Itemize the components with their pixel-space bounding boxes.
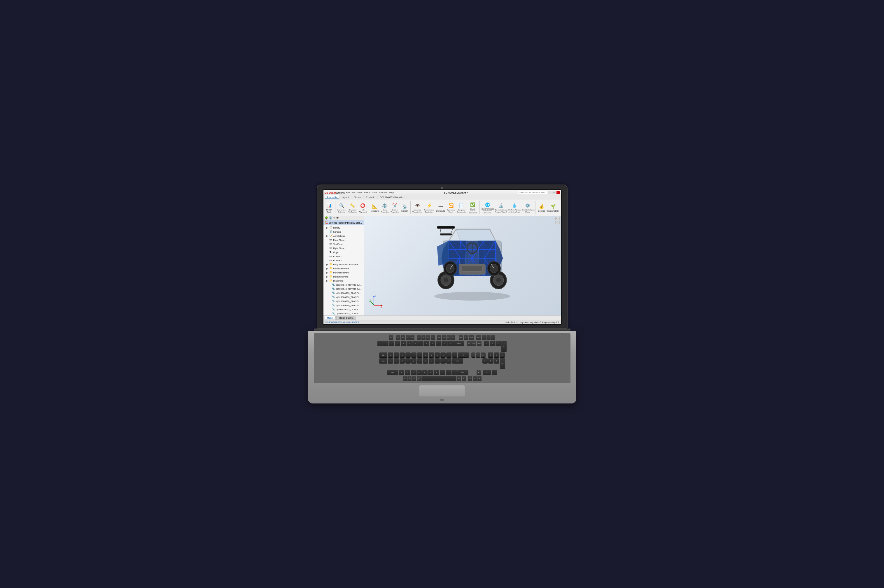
key-right[interactable]: ▶: [477, 376, 482, 381]
key-f5[interactable]: F5: [417, 335, 421, 340]
key-num9[interactable]: 9: [495, 341, 501, 346]
key-fn[interactable]: fn: [407, 376, 411, 381]
tree-item-plane2[interactable]: ▭PLANE2: [323, 254, 364, 258]
key-g[interactable]: g: [411, 358, 416, 363]
hole-alignment-button[interactable]: ⭕ HoleAlignment: [358, 202, 368, 213]
menu-edit[interactable]: Edit: [351, 191, 356, 194]
key-comma[interactable]: ,: [440, 370, 445, 375]
key-5[interactable]: 5: [407, 341, 412, 346]
key-6[interactable]: 6: [413, 341, 418, 346]
key-insert[interactable]: ins: [467, 341, 471, 346]
key-r[interactable]: r: [405, 352, 411, 358]
check-active-document-button[interactable]: ✅ Check ActiveDocument: [467, 201, 478, 214]
symmetry-check-button[interactable]: 🔁 SymmetryCheck: [446, 202, 456, 213]
key-capslock[interactable]: caps: [379, 358, 387, 363]
key-2[interactable]: 2: [389, 341, 394, 346]
key-f12[interactable]: F12: [451, 335, 455, 340]
key-down[interactable]: ▼: [473, 376, 477, 381]
driveworks-button[interactable]: ⚙️ DriveWorksXpressWizard: [521, 202, 534, 213]
key-asterisk[interactable]: *: [486, 335, 491, 340]
property-manager-icon[interactable]: ⚙️: [329, 216, 332, 219]
tab-assembly[interactable]: Assembly: [325, 195, 340, 199]
key-esc[interactable]: esc: [389, 335, 393, 340]
key-num4[interactable]: 4: [488, 352, 493, 358]
key-u[interactable]: u: [423, 352, 428, 358]
clearance-verification-button[interactable]: 📏 ClearanceVerification: [348, 202, 357, 213]
key-m[interactable]: m: [434, 370, 439, 375]
key-o[interactable]: o: [435, 352, 440, 358]
key-equals[interactable]: =: [447, 341, 453, 346]
key-up[interactable]: ▲: [477, 370, 481, 375]
key-f2[interactable]: F2: [401, 335, 405, 340]
key-3[interactable]: 3: [395, 341, 400, 346]
touchpad[interactable]: [419, 385, 465, 397]
key-d[interactable]: d: [399, 358, 405, 363]
key-numdot[interactable]: .: [492, 370, 497, 375]
key-y[interactable]: y: [417, 352, 422, 358]
key-h[interactable]: h: [417, 358, 422, 363]
key-e[interactable]: e: [399, 352, 405, 358]
key-f10[interactable]: F10: [442, 335, 446, 340]
tab-motion-study[interactable]: Motion Study 1: [336, 316, 356, 320]
menu-help[interactable]: Help: [389, 191, 393, 194]
key-ctrl-l[interactable]: ctrl: [403, 376, 407, 381]
tree-item-annotations[interactable]: ▶📝Annotations: [323, 234, 364, 238]
3d-viewport[interactable]: Z X Y: [364, 216, 561, 315]
key-lshift[interactable]: shift: [387, 370, 398, 375]
key-backslash[interactable]: \: [458, 352, 469, 358]
tree-item-front-plane[interactable]: ▭Front Plane: [323, 238, 364, 242]
tab-layout[interactable]: Layout: [339, 195, 351, 199]
key-num1[interactable]: 1: [482, 358, 488, 363]
sensor-button[interactable]: 📡 Sensor: [400, 202, 409, 213]
tab-model[interactable]: Model: [325, 316, 336, 320]
key-alt-l[interactable]: alt: [417, 376, 421, 381]
assembly-visualization-button[interactable]: 👁️ AssemblyVisualization: [412, 202, 423, 213]
key-ctrl-r[interactable]: ctrl: [462, 376, 466, 381]
key-w[interactable]: w: [394, 352, 399, 358]
key-num6[interactable]: 6: [500, 352, 505, 358]
tree-item-sensors[interactable]: 📡Sensors: [323, 230, 364, 234]
key-t[interactable]: t: [411, 352, 416, 358]
curvature-button[interactable]: 〰️ Curvature: [435, 202, 446, 213]
floworks-button[interactable]: 💧 FloWorks/XpressAnalysis Wizard: [508, 202, 521, 213]
tree-item-fabricated-parts[interactable]: ▶📁Fabricated Parts: [323, 267, 364, 270]
interference-detection-button[interactable]: 🔍 InterferenceDetection: [336, 202, 347, 213]
key-k[interactable]: k: [429, 358, 434, 363]
key-q[interactable]: q: [388, 352, 393, 358]
tree-item-part7[interactable]: 🔩(-) 95735A633_CLASS 10.9 STEEL...: [323, 307, 364, 311]
key-f8[interactable]: F8: [431, 335, 435, 340]
tree-item-machined-parts[interactable]: ▶📁Machined Parts: [323, 274, 364, 279]
close-button[interactable]: ✕: [557, 191, 560, 194]
key-9[interactable]: 9: [430, 341, 435, 346]
key-rshift[interactable]: shift: [457, 370, 468, 375]
key-home[interactable]: home: [471, 341, 476, 346]
tab-evaluate[interactable]: Evaluate: [364, 195, 378, 199]
key-pause[interactable]: pause: [469, 335, 474, 340]
key-num3[interactable]: 3: [494, 358, 499, 363]
section-properties-button[interactable]: ✂️ SectionProperties: [390, 202, 399, 213]
performance-evaluation-button[interactable]: ⚡ PerformanceEvaluation: [423, 202, 435, 213]
menu-window[interactable]: Window: [379, 191, 387, 194]
key-win[interactable]: ⊞: [412, 376, 416, 381]
tree-item-origin[interactable]: ✚Origin: [323, 250, 364, 254]
tab-addins[interactable]: SOLIDWORKS Add-Ins: [378, 195, 407, 199]
tree-item-part2[interactable]: 🔩59935K340_METRIC BALL JOINT F...: [323, 287, 364, 291]
zoom-button[interactable]: 🔍: [555, 220, 560, 224]
3dexperience-button[interactable]: 🌐 3DEXPERIENCEMarketplaceConnector: [481, 201, 494, 214]
measure-button[interactable]: 📐 Measure: [370, 202, 380, 213]
key-num7[interactable]: 7: [484, 341, 489, 346]
tree-item-right-plane[interactable]: ▭Right Plane: [323, 246, 364, 250]
key-num5[interactable]: 5: [494, 352, 499, 358]
key-0[interactable]: 0: [436, 341, 441, 346]
key-f7[interactable]: F7: [426, 335, 430, 340]
key-a[interactable]: a: [388, 358, 393, 363]
display-manager-icon[interactable]: 👁️: [336, 216, 339, 219]
key-space[interactable]: [422, 376, 456, 381]
menu-insert[interactable]: Insert: [364, 191, 370, 194]
view-orientation-button[interactable]: ⊡: [555, 217, 560, 220]
key-4[interactable]: 4: [401, 341, 406, 346]
key-num-enter[interactable]: ent: [500, 358, 505, 369]
key-num0[interactable]: 0: [483, 370, 491, 375]
key-tab[interactable]: tab: [379, 352, 387, 358]
search-input[interactable]: [518, 191, 547, 194]
